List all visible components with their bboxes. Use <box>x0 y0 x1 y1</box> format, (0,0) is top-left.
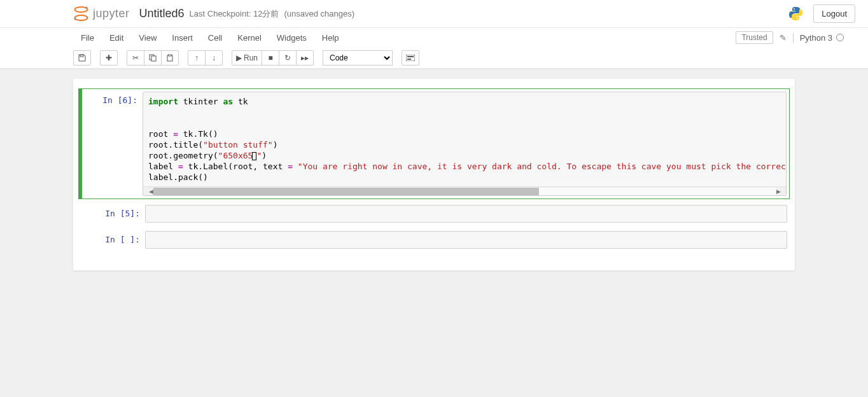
run-button[interactable]: ▶ Run <box>232 50 262 66</box>
cut-button[interactable]: ✂ <box>127 50 144 66</box>
python-icon <box>788 6 804 22</box>
menu-help[interactable]: Help <box>314 33 347 43</box>
command-palette-button[interactable] <box>402 50 419 66</box>
notebook-container: In [6]: import tkinter as tk root = tk.T… <box>73 79 795 270</box>
insert-cell-button[interactable]: ✚ <box>100 50 118 66</box>
code-input-area[interactable]: import tkinter as tk root = tk.Tk() root… <box>143 92 787 196</box>
cell-type-select[interactable]: Code <box>323 50 393 66</box>
document-title[interactable]: Untitled6 <box>139 7 185 20</box>
menubar: File Edit View Insert Cell Kernel Widget… <box>0 28 868 47</box>
menu-view[interactable]: View <box>131 33 164 43</box>
svg-point-3 <box>74 18 76 20</box>
logout-button[interactable]: Logout <box>813 4 855 23</box>
menu-insert[interactable]: Insert <box>164 33 200 43</box>
kernel-indicator[interactable]: Python 3 <box>793 33 844 43</box>
menu-file[interactable]: File <box>73 33 102 43</box>
code-content[interactable]: import tkinter as tk root = tk.Tk() root… <box>143 92 786 186</box>
save-button[interactable] <box>73 50 91 66</box>
menu-widgets[interactable]: Widgets <box>269 33 314 43</box>
input-prompt: In [ ]: <box>85 231 145 249</box>
svg-rect-5 <box>80 55 83 57</box>
trusted-indicator[interactable]: Trusted <box>736 31 773 44</box>
svg-point-1 <box>75 15 88 20</box>
svg-rect-12 <box>407 59 411 60</box>
svg-point-0 <box>75 7 88 12</box>
header-bar: jupyter Untitled6 Last Checkpoint: 12分前 … <box>0 0 868 28</box>
paste-button[interactable] <box>161 50 179 66</box>
run-label: Run <box>244 53 258 62</box>
toolbar: ✚ ✂ ↑ ↓ ▶ Run ■ ↻ ▸▸ Code <box>0 47 868 69</box>
menu-kernel[interactable]: Kernel <box>230 33 269 43</box>
restart-run-all-button[interactable]: ▸▸ <box>296 50 314 66</box>
horizontal-scrollbar[interactable]: ◀ ▶ <box>143 186 786 195</box>
pencil-icon[interactable]: ✎ <box>780 33 787 43</box>
scrollbar-track[interactable] <box>153 188 776 195</box>
copy-button[interactable] <box>144 50 162 66</box>
interrupt-button[interactable]: ■ <box>262 50 279 66</box>
move-down-button[interactable]: ↓ <box>205 50 223 66</box>
input-prompt: In [5]: <box>85 205 145 223</box>
svg-rect-9 <box>169 54 171 56</box>
input-prompt: In [6]: <box>82 92 143 196</box>
svg-rect-7 <box>151 56 156 61</box>
code-input-area[interactable] <box>145 231 787 249</box>
jupyter-logo-text: jupyter <box>93 7 130 20</box>
kernel-name-label: Python 3 <box>800 33 832 43</box>
code-input-area[interactable] <box>145 205 787 223</box>
menu-edit[interactable]: Edit <box>102 33 131 43</box>
scrollbar-thumb[interactable] <box>153 188 539 195</box>
jupyter-logo[interactable]: jupyter <box>73 6 130 22</box>
move-up-button[interactable]: ↑ <box>188 50 206 66</box>
code-cell[interactable]: In [6]: import tkinter as tk root = tk.T… <box>78 88 790 199</box>
menu-cell[interactable]: Cell <box>200 33 230 43</box>
scroll-left-icon: ◀ <box>148 188 153 195</box>
restart-button[interactable]: ↻ <box>279 50 297 66</box>
unsaved-indicator: (unsaved changes) <box>284 9 354 18</box>
svg-point-2 <box>86 7 88 9</box>
svg-point-4 <box>87 17 88 18</box>
code-cell[interactable]: In [5]: <box>78 202 790 225</box>
svg-rect-10 <box>406 55 415 61</box>
scroll-right-icon: ▶ <box>776 188 781 195</box>
svg-rect-11 <box>407 56 414 57</box>
play-icon: ▶ <box>236 53 242 62</box>
checkpoint-text: Last Checkpoint: 12分前 <box>190 8 279 20</box>
jupyter-icon <box>73 6 89 22</box>
kernel-idle-icon <box>836 34 844 41</box>
code-cell[interactable]: In [ ]: <box>78 228 790 251</box>
